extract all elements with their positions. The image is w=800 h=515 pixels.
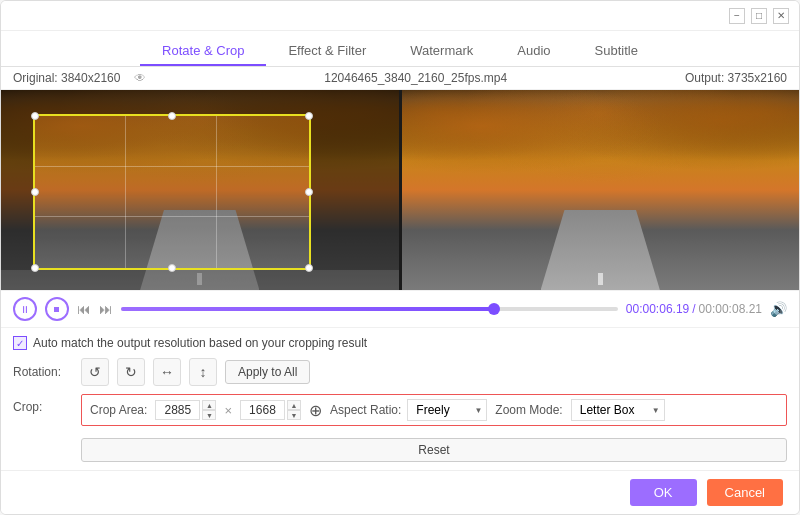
bottom-bar: OK Cancel [1,470,799,514]
original-resolution: Original: 3840x2160 [13,71,120,85]
progress-thumb[interactable] [488,303,500,315]
maximize-button[interactable]: □ [751,8,767,24]
road-right [541,210,660,290]
eye-icon[interactable]: 👁 [134,71,146,85]
height-arrows: ▲ ▼ [287,400,301,420]
auto-match-row: ✓ Auto match the output resolution based… [13,336,787,350]
filename-label: 12046465_3840_2160_25fps.mp4 [324,71,507,85]
rotation-row: Rotation: ↺ ↻ ↔ ↕ Apply to All [13,358,787,386]
dark-overlay-left [1,114,33,270]
rotate-right-button[interactable]: ↻ [117,358,145,386]
total-time: 00:00:08.21 [699,302,762,316]
flip-vertical-button[interactable]: ↕ [189,358,217,386]
crop-area-label: Crop Area: [90,403,147,417]
minimize-button[interactable]: − [729,8,745,24]
skip-forward-button[interactable]: ⏭ [99,301,113,317]
progress-fill [121,307,494,311]
stop-button[interactable]: ⏹ [45,297,69,321]
volume-button[interactable]: 🔊 [770,301,787,317]
rotation-label: Rotation: [13,365,73,379]
tab-rotate-crop[interactable]: Rotate & Crop [140,37,266,66]
controls-area: ✓ Auto match the output resolution based… [1,327,799,470]
height-value[interactable]: 1668 [240,400,285,420]
pause-button[interactable]: ⏸ [13,297,37,321]
tab-audio[interactable]: Audio [495,37,572,66]
current-time: 00:00:06.19 [626,302,689,316]
crop-label: Crop: [13,394,73,414]
playback-bar: ⏸ ⏹ ⏮ ⏭ 00:00:06.19 / 00:00:08.21 🔊 [1,290,799,327]
height-up-arrow[interactable]: ▲ [287,400,301,410]
rotate-left-button[interactable]: ↺ [81,358,109,386]
close-button[interactable]: ✕ [773,8,789,24]
tab-subtitle[interactable]: Subtitle [573,37,660,66]
crop-controls: Crop Area: 2885 ▲ ▼ × 1668 ▲ ▼ [81,394,787,462]
preview-left [1,90,399,290]
dimension-separator: × [224,403,232,418]
height-down-arrow[interactable]: ▼ [287,410,301,420]
ok-button[interactable]: OK [630,479,697,506]
zoom-mode-label: Zoom Mode: [495,403,562,417]
tree-canopy-right [402,90,800,210]
title-bar: − □ ✕ [1,1,799,31]
aspect-ratio-label: Aspect Ratio: [330,403,401,417]
tab-watermark[interactable]: Watermark [388,37,495,66]
tab-effect-filter[interactable]: Effect & Filter [266,37,388,66]
aspect-ratio-select[interactable]: Freely 16:9 4:3 1:1 9:16 [407,399,487,421]
width-input[interactable]: 2885 ▲ ▼ [155,400,216,420]
cancel-button[interactable]: Cancel [707,479,783,506]
crop-section: Crop: Crop Area: 2885 ▲ ▼ × 1668 [13,394,787,462]
auto-match-label: Auto match the output resolution based o… [33,336,367,350]
height-input[interactable]: 1668 ▲ ▼ [240,400,301,420]
apply-all-button[interactable]: Apply to All [225,360,310,384]
preview-right [402,90,800,290]
output-resolution: Output: 3735x2160 [685,71,787,85]
reset-button[interactable]: Reset [81,438,787,462]
road-line-right [598,273,603,285]
skip-back-button[interactable]: ⏮ [77,301,91,317]
dark-overlay-right [311,114,398,270]
tabs-bar: Rotate & Crop Effect & Filter Watermark … [1,31,799,67]
auto-match-checkbox[interactable]: ✓ [13,336,27,350]
zoom-mode-select[interactable]: Letter Box Pan & Scan Full [571,399,665,421]
time-separator: / [692,302,695,316]
aspect-ratio-section: Aspect Ratio: Freely 16:9 4:3 1:1 9:16 [330,399,487,421]
width-up-arrow[interactable]: ▲ [202,400,216,410]
window-controls: − □ ✕ [729,8,789,24]
checkbox-check-icon: ✓ [16,338,24,349]
zoom-mode-wrapper: Letter Box Pan & Scan Full [571,399,665,421]
width-arrows: ▲ ▼ [202,400,216,420]
preview-area [1,90,799,290]
width-down-arrow[interactable]: ▼ [202,410,216,420]
crop-box: Crop Area: 2885 ▲ ▼ × 1668 ▲ ▼ [81,394,787,426]
width-value[interactable]: 2885 [155,400,200,420]
progress-track[interactable] [121,307,618,311]
crosshair-icon[interactable]: ⊕ [309,401,322,420]
aspect-ratio-wrapper: Freely 16:9 4:3 1:1 9:16 [407,399,487,421]
scene-right-bg [402,90,800,290]
dark-overlay-bottom [1,270,399,290]
dark-overlay-top [1,90,399,114]
flip-horizontal-button[interactable]: ↔ [153,358,181,386]
main-window: − □ ✕ Rotate & Crop Effect & Filter Wate… [0,0,800,515]
info-bar: Original: 3840x2160 👁 12046465_3840_2160… [1,67,799,90]
